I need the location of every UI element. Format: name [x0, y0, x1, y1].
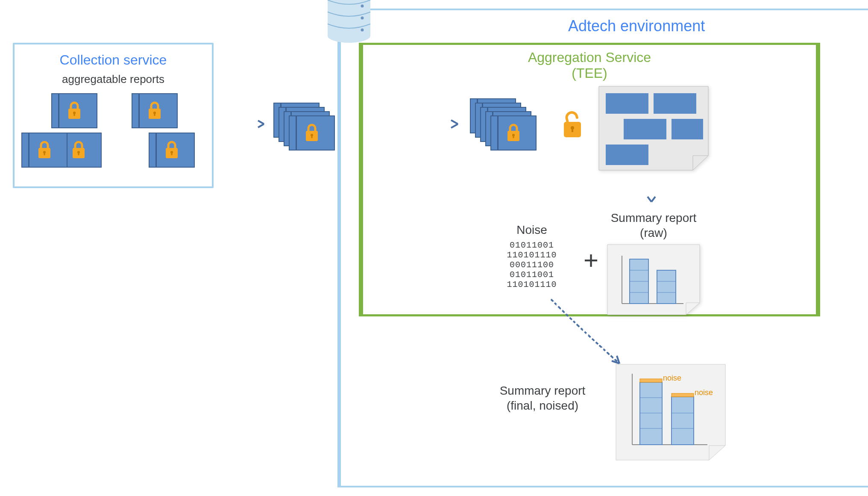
svg-rect-46 — [640, 382, 662, 445]
lock-icon — [304, 123, 320, 143]
locked-report-icon — [21, 133, 67, 168]
svg-rect-33 — [672, 119, 703, 139]
svg-rect-32 — [624, 119, 666, 139]
database-icon — [325, 0, 373, 44]
noise-bits: 01011001 110101110 00011100 01011001 110… — [487, 240, 577, 289]
collection-service-title: Collection service — [15, 52, 212, 68]
aggregation-service-title: Aggregation Service (TEE) — [457, 50, 722, 81]
svg-point-5 — [361, 29, 364, 32]
summary-raw-line2: (raw) — [640, 226, 667, 239]
svg-rect-29 — [572, 128, 573, 132]
svg-rect-47 — [640, 379, 662, 382]
aggregation-service-tee-box — [359, 43, 820, 316]
lock-icon — [66, 101, 82, 121]
noise-label: Noise — [487, 222, 577, 237]
svg-rect-23 — [311, 135, 313, 138]
noise-bit-row: 110101110 — [487, 280, 577, 289]
arrow-icon — [216, 115, 272, 133]
tee-title-line2: (TEE) — [572, 65, 607, 81]
tee-title-line1: Aggregation Service — [528, 50, 651, 65]
lock-icon — [36, 140, 53, 160]
tee-encrypted-reports-stack — [470, 98, 542, 150]
arrow-icon — [641, 174, 662, 209]
arrow-icon — [542, 295, 636, 372]
svg-point-4 — [361, 17, 364, 20]
summary-final-label: Summary report (final, noised) — [478, 383, 607, 413]
lock-icon — [505, 123, 522, 143]
svg-rect-14 — [154, 113, 155, 116]
summary-final-line1: Summary report — [500, 384, 586, 397]
summary-raw-label: Summary report (raw) — [598, 210, 709, 240]
summary-final-line2: (final, noised) — [507, 399, 578, 412]
svg-rect-30 — [606, 93, 648, 114]
svg-rect-34 — [606, 145, 648, 165]
svg-rect-52 — [672, 393, 694, 397]
lock-icon — [147, 101, 163, 121]
locked-report-icon — [51, 93, 97, 128]
locked-report-icon — [149, 133, 195, 168]
diagram-canvas: Adtech environment Aggregation Service (… — [0, 0, 868, 496]
decrypted-data-card — [598, 86, 709, 171]
lock-icon — [70, 140, 87, 160]
batched-reports-stack — [273, 103, 342, 150]
noise-tag: noise — [695, 388, 713, 397]
summary-final-card: noise noise — [615, 363, 726, 462]
svg-rect-8 — [78, 152, 79, 155]
summary-raw-line1: Summary report — [611, 211, 697, 224]
locked-report-icon — [289, 115, 335, 151]
plus-icon: + — [584, 245, 598, 275]
aggregatable-reports-label: aggregatable reports — [15, 72, 212, 86]
svg-rect-31 — [654, 93, 696, 114]
svg-point-2 — [328, 29, 370, 43]
svg-rect-17 — [44, 152, 45, 155]
lock-icon — [164, 140, 180, 160]
adtech-environment-title: Adtech environment — [568, 17, 705, 35]
noise-tag: noise — [663, 374, 681, 383]
noise-bit-row: 01011001 — [487, 270, 577, 280]
svg-rect-26 — [513, 135, 514, 138]
svg-rect-11 — [74, 113, 75, 116]
noise-bit-row: 110101110 — [487, 250, 577, 260]
svg-rect-41 — [657, 270, 676, 304]
svg-point-3 — [361, 5, 364, 8]
unlock-icon — [560, 109, 584, 140]
locked-report-icon — [490, 115, 537, 151]
locked-report-icon — [132, 93, 178, 128]
arrow-icon — [342, 115, 466, 133]
svg-rect-20 — [171, 152, 173, 155]
svg-rect-51 — [672, 397, 694, 445]
noise-bit-row: 01011001 — [487, 240, 577, 250]
noise-bit-row: 00011100 — [487, 260, 577, 270]
